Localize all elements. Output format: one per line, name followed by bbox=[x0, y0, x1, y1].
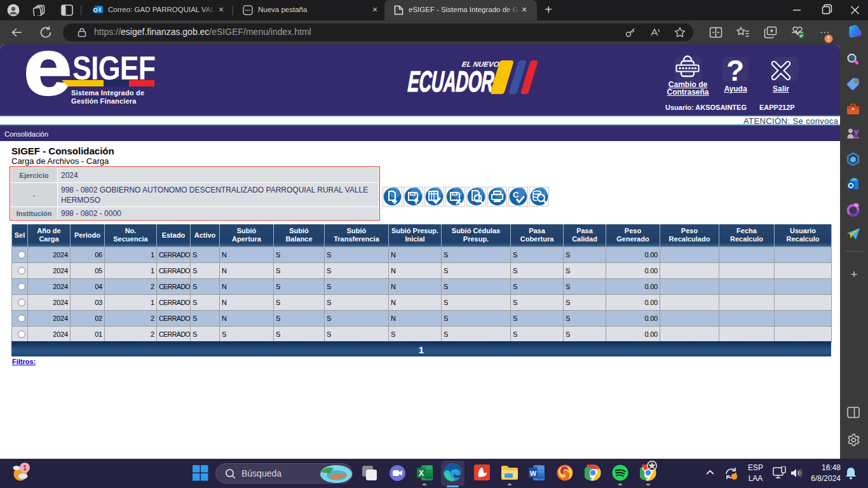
svg-text:X: X bbox=[419, 469, 424, 478]
svg-text:C: C bbox=[513, 190, 519, 200]
svg-text:W: W bbox=[530, 470, 537, 477]
svg-text:1: 1 bbox=[23, 464, 27, 471]
